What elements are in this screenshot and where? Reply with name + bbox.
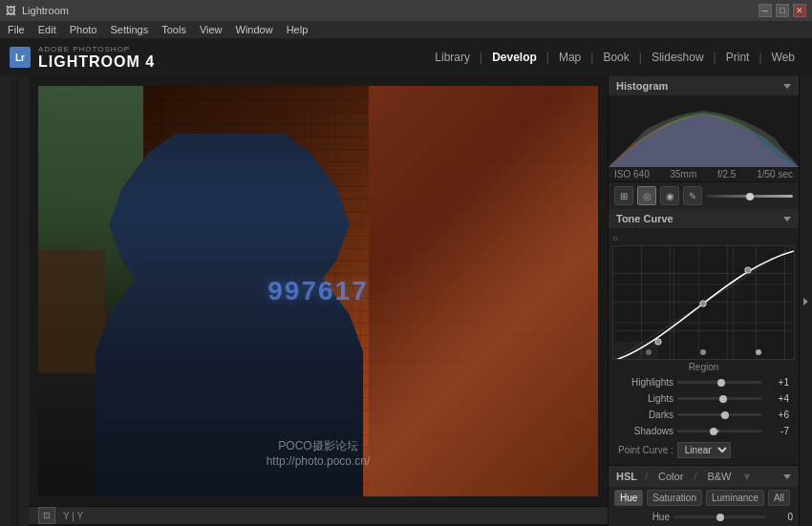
histogram-collapse-icon (783, 84, 791, 89)
brush-tool[interactable]: ✎ (683, 186, 702, 205)
photo-wall-right (369, 86, 598, 496)
svg-line-4 (613, 246, 794, 360)
photo-person (96, 134, 363, 496)
darks-thumb[interactable] (721, 411, 729, 419)
tab-saturation[interactable]: Saturation (647, 490, 702, 506)
shadows-thumb[interactable] (710, 428, 717, 435)
redeye-tool[interactable]: ◉ (660, 186, 679, 205)
spot-heal-tool[interactable]: ◎ (637, 186, 656, 205)
nav-slideshow[interactable]: Slideshow (644, 47, 712, 68)
photo-frame[interactable]: 997617 POCO摄影论坛 http://photo.poco.cn/ (38, 86, 598, 496)
curve-svg (613, 246, 794, 360)
curve-shadow-marker (646, 349, 652, 355)
menu-photo[interactable]: Photo (70, 24, 97, 35)
curve-mid-marker (700, 349, 706, 355)
histogram-header[interactable]: Histogram (609, 76, 799, 95)
shadows-label: Shadows (618, 426, 673, 436)
hsl-tab-bw[interactable]: B&W (704, 470, 734, 483)
exposure-slider-thumb[interactable] (746, 193, 754, 200)
photo-background: 997617 POCO摄影论坛 http://photo.poco.cn/ (38, 86, 598, 496)
collapse-arrow-icon (803, 298, 808, 305)
histogram-section: Histogram (609, 76, 799, 182)
darks-label: Darks (618, 410, 673, 420)
menu-help[interactable]: Help (287, 24, 309, 35)
point-curve-select[interactable]: Linear (677, 442, 731, 458)
hsl-header: HSL / Color / B&W ▼ (609, 466, 799, 487)
view-mode-label: Y | Y (63, 511, 83, 521)
histogram-svg (609, 95, 799, 167)
photo-main: 997617 POCO摄影论坛 http://photo.poco.cn/ (29, 76, 608, 506)
crop-tool[interactable]: ⊞ (614, 186, 633, 205)
region-label: Region (612, 360, 795, 374)
nav-links: Library | Develop | Map | Book | Slidesh… (427, 47, 802, 68)
shadows-slider[interactable] (677, 430, 762, 432)
nav-bar: Lr ADOBE PHOTOSHOP LIGHTROOM 4 Library |… (0, 38, 812, 76)
right-panel-collapse[interactable] (799, 76, 812, 526)
menu-settings[interactable]: Settings (110, 24, 148, 35)
darks-value: +6 (766, 410, 789, 420)
lights-thumb[interactable] (719, 395, 727, 403)
menu-view[interactable]: View (200, 24, 223, 35)
hsl-title: HSL (616, 471, 637, 482)
focal-length: 35mm (670, 169, 696, 179)
lights-slider[interactable] (677, 397, 762, 400)
iso-value: ISO 640 (614, 169, 650, 179)
point-curve-row: Point Curve : Linear (612, 439, 795, 461)
lights-label: Lights (618, 393, 673, 404)
view-before-button[interactable]: ⊡ (38, 507, 55, 524)
right-panel: Histogram (608, 76, 799, 526)
menu-window[interactable]: Window (236, 24, 273, 35)
tools-row: ⊞ ◎ ◉ ✎ (609, 182, 799, 209)
window-controls[interactable]: ─ □ ✕ (759, 4, 806, 17)
minimize-button[interactable]: ─ (759, 4, 772, 17)
nav-develop[interactable]: Develop (484, 47, 545, 68)
curve-graph[interactable] (612, 245, 795, 360)
highlights-row: Highlights +1 (612, 374, 795, 390)
hue-slider[interactable] (673, 515, 766, 518)
svg-point-6 (700, 301, 706, 306)
photo-toolbar: ⊡ Y | Y (29, 506, 608, 524)
logo-main: LIGHTROOM 4 (38, 53, 155, 71)
hue-thumb[interactable] (716, 514, 724, 521)
darks-row: Darks +6 (612, 407, 795, 423)
color-tabs: Hue Saturation Luminance All (609, 487, 799, 509)
menu-bar: File Edit Photo Settings Tools View Wind… (0, 21, 812, 38)
menu-file[interactable]: File (8, 24, 25, 35)
tab-hue[interactable]: Hue (614, 490, 643, 506)
shadows-row: Shadows -7 (612, 423, 795, 439)
hsl-section: HSL / Color / B&W ▼ Hue Saturation Lumin… (609, 466, 799, 526)
nav-print[interactable]: Print (718, 47, 758, 68)
histogram-canvas (609, 95, 799, 167)
tone-curve-collapse-icon (783, 217, 791, 221)
tab-all[interactable]: All (768, 490, 790, 506)
point-curve-label: Point Curve : (618, 445, 673, 455)
lights-value: +4 (766, 393, 789, 404)
lights-row: Lights +4 (612, 390, 795, 407)
histogram-title: Histogram (616, 80, 668, 92)
nav-library[interactable]: Library (427, 47, 478, 68)
menu-tools[interactable]: Tools (161, 24, 186, 35)
tone-curve-section: Tone Curve ○ (609, 209, 799, 466)
logo-area: Lr ADOBE PHOTOSHOP LIGHTROOM 4 (10, 45, 155, 71)
nav-book[interactable]: Book (595, 47, 636, 68)
tone-curve-header[interactable]: Tone Curve (609, 209, 799, 228)
photo-area: 997617 POCO摄影论坛 http://photo.poco.cn/ ⊡ … (29, 76, 608, 526)
hsl-tab-color[interactable]: Color (655, 470, 686, 483)
svg-point-5 (655, 339, 661, 345)
nav-map[interactable]: Map (551, 47, 588, 68)
title-bar-title: 🖼 Lightroom (6, 5, 69, 16)
maximize-button[interactable]: □ (776, 4, 789, 17)
close-button[interactable]: ✕ (793, 4, 806, 17)
main-container: Lr ADOBE PHOTOSHOP LIGHTROOM 4 Library |… (0, 38, 812, 526)
nav-web[interactable]: Web (764, 47, 802, 68)
lr-badge: Lr (10, 47, 31, 68)
tab-luminance[interactable]: Luminance (706, 490, 764, 506)
highlights-thumb[interactable] (717, 379, 725, 387)
darks-slider[interactable] (677, 413, 762, 416)
hsl-collapse-icon (783, 474, 791, 479)
menu-edit[interactable]: Edit (38, 24, 56, 35)
hue-label: Hue (614, 512, 670, 522)
highlights-slider[interactable] (677, 381, 762, 384)
exposure-slider[interactable] (706, 195, 793, 198)
aperture-value: f/2.5 (717, 169, 736, 179)
